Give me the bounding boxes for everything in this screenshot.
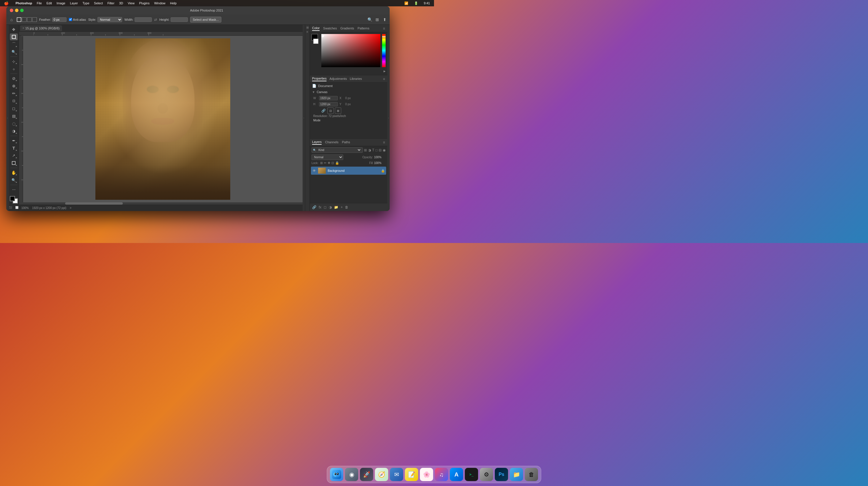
background-chip[interactable] [313,39,318,44]
perspective-crop-tool[interactable]: ⟐ [10,65,18,72]
canvas-content[interactable] [23,36,303,202]
zoom-tool[interactable]: 🔍 ▶ [10,177,18,184]
lock-position-icon[interactable]: ✥ [328,161,330,165]
menu-filter[interactable]: Filter [106,1,116,5]
menu-file[interactable]: File [35,1,43,5]
link-chain-icon[interactable]: 🔗 [321,109,326,113]
screen-mode-1[interactable]: ⬛ [8,205,13,210]
marquee-tool[interactable]: ▶ [10,33,18,40]
smart-filter-icon[interactable]: ⊟ [379,148,381,152]
layer-visibility-toggle[interactable]: 👁 [312,169,316,173]
tab-layers[interactable]: Layers [312,140,321,145]
new-selection-icon[interactable] [17,17,21,22]
canvas-width-input[interactable] [319,96,338,100]
foreground-color[interactable] [10,196,15,201]
close-button[interactable] [10,9,13,12]
pixel-filter-icon[interactable]: ⊞ [364,148,367,152]
tab-channels[interactable]: Channels [325,141,338,144]
search-icon[interactable]: 🔍 [367,17,372,22]
shape-tool[interactable]: ▶ [10,160,18,166]
hand-tool[interactable]: ✋ ▶ [10,169,18,176]
path-select-tool[interactable]: ↗ ▶ [10,152,18,159]
eyedropper-tool[interactable]: ⊘ ▶ [10,75,18,82]
menu-type[interactable]: Type [81,1,91,5]
tab-swatches[interactable]: Swatches [323,27,337,31]
layers-panel-menu[interactable]: ≡ [383,141,385,144]
tab-patterns[interactable]: Patterns [358,27,369,31]
type-filter-icon[interactable]: T [372,148,374,152]
move-tool[interactable]: ✥ [10,26,18,33]
text-tool[interactable]: T ▶ [10,145,18,152]
subtract-selection-icon[interactable] [27,17,32,22]
add-adjustment-icon[interactable]: ◑ [329,205,332,209]
menu-plugins[interactable]: Plugins [137,1,151,5]
tab-libraries[interactable]: Libraries [350,77,362,81]
quick-select-tool[interactable]: 🔍 ▶ [10,49,18,55]
style-select[interactable]: Normal Fixed Ratio Fixed Size [97,17,122,22]
add-selection-icon[interactable] [22,17,27,22]
right-collapse-handle[interactable]: › [303,25,305,211]
mini-tool-2[interactable]: ≡ [307,30,308,33]
add-mask-icon[interactable]: ◻ [323,205,327,209]
gradient-tool[interactable]: ▤ ▶ [10,113,18,120]
tab-adjustments[interactable]: Adjustments [330,77,347,81]
arrange-icon[interactable]: ⊞ [375,17,380,22]
healing-tool[interactable]: ⊕ ▶ [10,83,18,89]
crop-tool[interactable]: ⊹ ▶ [10,58,18,65]
scrollbar-thumb[interactable] [65,202,123,205]
menu-view[interactable]: View [126,1,136,5]
menu-layer[interactable]: Layer [68,1,80,5]
canvas-tab[interactable]: × 15.jpg @ 100% (RGB/8) [20,25,62,31]
color-spectrum[interactable] [321,34,380,67]
layer-kind-select[interactable]: Kind Name Effect [317,148,361,152]
blend-mode-select[interactable]: Normal Dissolve Multiply Screen [312,154,343,160]
adjustment-filter-icon[interactable]: ◑ [368,148,371,152]
lock-transparent-icon[interactable]: ⊞ [320,161,323,165]
minimize-button[interactable] [15,9,19,12]
lock-artboard-icon[interactable]: ⊡ [332,161,334,165]
menu-select[interactable]: Select [92,1,104,5]
fit-canvas-btn[interactable]: ⊡ [328,108,334,114]
maximize-button[interactable] [20,9,24,12]
fill-canvas-btn[interactable]: ⊞ [335,108,341,114]
apple-menu[interactable]: 🍎 [2,1,10,5]
shape-filter-icon[interactable]: □ [375,148,377,152]
tab-gradients[interactable]: Gradients [340,27,354,31]
extra-tools[interactable]: ⋯ [10,186,18,193]
swap-wh-icon[interactable]: ⇄ [154,18,157,22]
blur-tool[interactable]: ◌ ▶ [10,120,18,127]
fx-icon[interactable]: fx [319,205,321,209]
status-arrow[interactable]: > [70,206,71,210]
anti-alias-checkbox[interactable] [69,18,72,21]
tab-close-icon[interactable]: × [23,27,24,30]
link-layers-icon[interactable]: 🔗 [312,205,316,209]
tab-properties[interactable]: Properties [312,77,327,81]
dodge-tool[interactable]: ◑ ▶ [10,128,18,134]
lock-all-icon[interactable]: 🔒 [335,161,339,165]
menu-image[interactable]: Image [55,1,67,5]
pen-tool[interactable]: ✒ ▶ [10,137,18,144]
color-panel-menu[interactable]: ≡ [383,27,385,31]
far-right-collapse[interactable]: › [387,25,390,211]
lock-image-icon[interactable]: ✏ [324,161,327,165]
new-group-icon[interactable]: 📁 [334,205,338,209]
feather-input[interactable] [52,17,67,22]
canvas-section-header[interactable]: ▼ Canvas [310,89,387,95]
menu-help[interactable]: Help [168,1,178,5]
share-icon[interactable]: ⬆ [382,17,387,22]
screen-mode-2[interactable]: ⬜ [14,205,20,210]
layer-item[interactable]: 👁 Background 🔒 [311,166,386,175]
mini-tool-1[interactable]: ⊞ [306,26,309,29]
props-panel-menu[interactable]: ≡ [383,77,385,81]
menu-edit[interactable]: Edit [45,1,54,5]
stamp-tool[interactable]: ⊡ ▶ [10,97,18,104]
menu-window[interactable]: Window [152,1,167,5]
left-collapse-handle[interactable]: ‹ [6,25,9,211]
canvas-height-input[interactable] [319,102,338,107]
hue-bar[interactable] [382,34,385,67]
select-and-mask-button[interactable]: Select and Mask... [190,17,222,23]
tab-paths[interactable]: Paths [342,141,350,144]
new-layer-icon[interactable]: + [341,205,343,209]
menu-3d[interactable]: 3D [117,1,125,5]
filter-toggle[interactable]: ◉ [383,148,385,152]
